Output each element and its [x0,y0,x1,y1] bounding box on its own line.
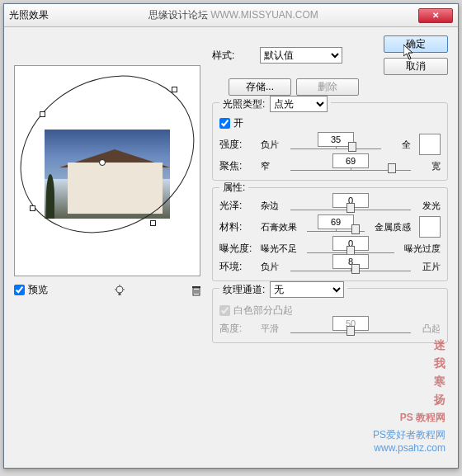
svg-rect-6 [192,286,200,288]
slider-thumb [346,326,355,336]
light-ellipse[interactable] [0,45,223,264]
delete-button: 删除 [296,78,359,96]
properties-group: 属性: 光泽: 杂边 0 发光 材料: 石膏效果 69 [212,187,448,281]
titlebar: 光照效果 思缘设计论坛 WWW.MISSYUAN.COM ✕ [4,4,458,27]
svg-rect-1 [118,293,120,295]
white-high-checkbox: 白色部分凸起 [219,304,441,318]
close-button[interactable]: ✕ [418,8,453,23]
light-handle[interactable] [40,111,45,117]
slider-thumb[interactable] [351,264,360,274]
dialog-content: 预览 样式: 默认值 确定 取消 [4,27,458,358]
preview-controls: 预览 [14,283,202,297]
style-label: 样式: [212,49,255,63]
light-handle[interactable] [30,205,35,211]
light-color-swatch[interactable] [419,134,441,155]
preview-checkbox[interactable]: 预览 [14,283,48,297]
material-slider: 材料: 石膏效果 69 金属质感 [219,216,441,238]
texture-select[interactable]: 无 [270,281,344,298]
preview-check-input[interactable] [14,285,25,295]
ok-button[interactable]: 确定 [384,35,448,53]
ambient-color-swatch[interactable] [419,216,441,238]
light-handle[interactable] [150,220,156,226]
window-title: 光照效果 [9,8,49,22]
gloss-slider: 光泽: 杂边 0 发光 [219,198,441,213]
controls-column: 样式: 默认值 确定 取消 存储... 删除 光照类型: 点光 开 [212,35,448,350]
slider-thumb[interactable] [351,224,360,234]
cancel-button[interactable]: 取消 [384,58,448,75]
slider-thumb[interactable] [388,163,396,173]
light-handle[interactable] [172,87,177,92]
light-on-checkbox[interactable]: 开 [219,116,441,130]
intensity-slider: 强度: 负片 35 全 [219,134,441,155]
focus-slider: 聚焦: 窄 69 宽 [219,158,441,173]
focus-track[interactable]: 69 [290,158,411,173]
height-slider: 高度: 平滑 50 凸起 [219,321,441,336]
trash-icon[interactable] [191,285,202,296]
exposure-slider: 曝光度: 曝光不足 0 曝光过度 [219,241,441,256]
dialog-window: 光照效果 思缘设计论坛 WWW.MISSYUAN.COM ✕ [3,3,459,469]
svg-point-0 [116,286,123,293]
save-button[interactable]: 存储... [229,78,291,96]
intensity-track[interactable]: 35 [290,137,381,152]
style-select[interactable]: 默认值 [260,47,342,64]
light-center[interactable] [99,159,106,166]
texture-group: 纹理通道: 无 白色部分凸起 高度: 平滑 50 凸起 [212,288,448,343]
preview-canvas[interactable] [14,65,200,276]
slider-thumb[interactable] [348,142,356,152]
slider-thumb[interactable] [346,203,355,213]
ambience-slider: 环境: 负片 8 正片 [219,259,441,274]
save-delete-row: 存储... 删除 [229,78,448,96]
close-icon: ✕ [432,11,439,20]
light-type-select[interactable]: 点光 [270,96,328,112]
preview-column: 预览 [14,35,202,350]
brand-text: 思缘设计论坛 WWW.MISSYUAN.COM [49,8,418,22]
light-type-group: 光照类型: 点光 开 强度: 负片 35 全 [212,102,448,181]
style-row: 样式: 默认值 确定 取消 [212,35,448,75]
lightbulb-icon[interactable] [114,285,125,296]
